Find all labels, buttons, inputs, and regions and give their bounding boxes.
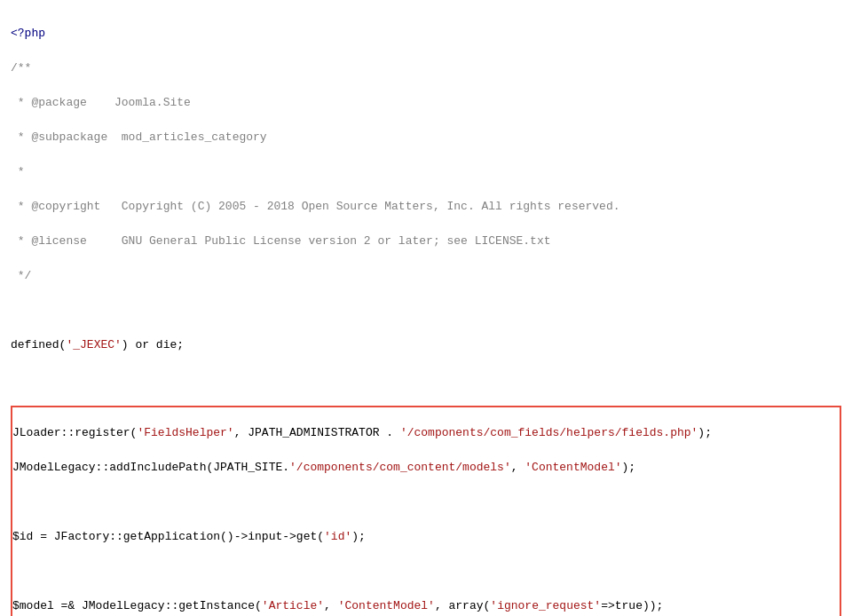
code-line: JLoader::register('FieldsHelper', JPATH_… <box>12 424 840 442</box>
code-line: * @license GNU General Public License ve… <box>11 233 841 250</box>
code-line: <?php <box>11 25 841 43</box>
code-line <box>12 494 840 511</box>
code-line: */ <box>11 267 841 285</box>
code-line: * @package Joomla.Site <box>11 94 841 112</box>
code-line: * <box>11 163 841 181</box>
code-line: * @subpackage mod_articles_category <box>11 129 841 146</box>
code-line: $model =& JModelLegacy::getInstance('Art… <box>12 597 840 615</box>
code-line <box>11 302 841 320</box>
code-line: $id = JFactory::getApplication()->input-… <box>12 528 840 546</box>
code-line <box>12 563 840 580</box>
highlight-block: JLoader::register('FieldsHelper', JPATH_… <box>11 406 841 617</box>
code-line: * @copyright Copyright (C) 2005 - 2018 O… <box>11 198 841 216</box>
code-line: /** <box>11 59 841 77</box>
code-line: JModelLegacy::addIncludePath(JPATH_SITE.… <box>12 459 840 477</box>
code-editor: <?php /** * @package Joomla.Site * @subp… <box>0 0 852 616</box>
code-line: defined('_JEXEC') or die; <box>11 336 841 354</box>
code-line <box>11 371 841 389</box>
